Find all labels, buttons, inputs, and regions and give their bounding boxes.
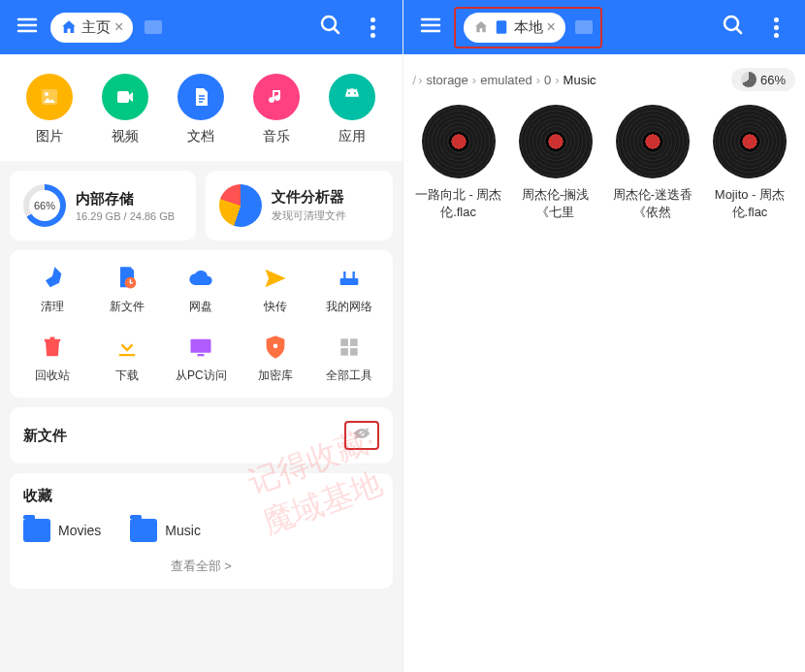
svg-rect-14 bbox=[350, 348, 358, 356]
tool-pc-access[interactable]: 从PC访问 bbox=[166, 333, 237, 384]
tool-newfile[interactable]: 新文件 bbox=[92, 264, 163, 315]
svg-point-2 bbox=[45, 92, 48, 96]
home-content: 图片 视频 文档 音乐 bbox=[0, 54, 402, 672]
trash-icon bbox=[38, 333, 67, 362]
category-row: 图片 视频 文档 音乐 bbox=[0, 54, 402, 161]
close-icon[interactable]: × bbox=[547, 18, 556, 36]
vinyl-icon bbox=[616, 105, 690, 178]
more-button[interactable] bbox=[758, 10, 793, 45]
search-icon bbox=[319, 14, 342, 37]
svg-rect-12 bbox=[350, 338, 358, 346]
pie-icon bbox=[219, 184, 262, 227]
more-vert-icon bbox=[764, 16, 788, 39]
tool-grid: 清理 新文件 网盘 快传 我的网络 回收站 下载 从PC访问 加密库 全部工具 bbox=[10, 250, 393, 398]
send-icon bbox=[261, 264, 290, 293]
more-button[interactable] bbox=[356, 10, 391, 45]
pie-icon bbox=[741, 72, 757, 87]
storage-row: 66% 内部存储 16.29 GB / 24.86 GB 文件分析器 发现可清理… bbox=[0, 171, 402, 250]
category-docs[interactable]: 文档 bbox=[177, 74, 224, 145]
android-icon bbox=[329, 74, 375, 120]
header: 主页 × bbox=[0, 0, 402, 54]
breadcrumb: / › storage › emulated › 0 › Music 66% bbox=[403, 54, 806, 105]
chevron-right-icon: / bbox=[413, 73, 417, 87]
bc-zero[interactable]: 0 bbox=[542, 73, 553, 87]
eye-off-icon bbox=[352, 427, 371, 440]
tool-cloud[interactable]: 网盘 bbox=[166, 264, 237, 315]
router-icon bbox=[335, 264, 364, 293]
music-file[interactable]: 一路向北 - 周杰伦.flac bbox=[413, 105, 504, 220]
category-music[interactable]: 音乐 bbox=[253, 74, 300, 145]
svg-rect-8 bbox=[191, 339, 211, 353]
home-panel: 主页 × 图片 视频 bbox=[0, 0, 403, 672]
new-files-section: 新文件 bbox=[10, 407, 393, 464]
music-file[interactable]: 周杰伦-迷迭香《依然 bbox=[607, 105, 698, 220]
menu-button[interactable] bbox=[415, 10, 446, 45]
folder-icon bbox=[130, 519, 157, 542]
svg-rect-3 bbox=[117, 91, 129, 103]
more-vert-icon bbox=[362, 16, 385, 39]
tab-home[interactable]: 主页 × bbox=[50, 13, 133, 43]
folder-icon bbox=[23, 519, 50, 542]
local-panel: 本地 × / › storage › emulated › 0 › Music … bbox=[403, 0, 806, 672]
search-button[interactable] bbox=[313, 8, 348, 47]
music-icon bbox=[253, 74, 300, 120]
category-images[interactable]: 图片 bbox=[26, 74, 73, 145]
vinyl-icon bbox=[713, 105, 787, 178]
tool-all[interactable]: 全部工具 bbox=[314, 333, 385, 384]
svg-point-4 bbox=[348, 92, 350, 94]
tab-add-placeholder[interactable] bbox=[145, 20, 162, 34]
analyzer-card[interactable]: 文件分析器 发现可清理文件 bbox=[206, 171, 392, 240]
menu-button[interactable] bbox=[12, 10, 43, 45]
storage-pill[interactable]: 66% bbox=[731, 68, 795, 91]
pc-icon bbox=[186, 333, 215, 362]
svg-rect-9 bbox=[198, 354, 205, 356]
bc-emulated[interactable]: emulated bbox=[478, 73, 533, 87]
search-button[interactable] bbox=[716, 8, 751, 47]
bc-music[interactable]: Music bbox=[562, 73, 598, 87]
category-apps[interactable]: 应用 bbox=[329, 74, 375, 145]
music-file[interactable]: Mojito - 周杰伦.flac bbox=[704, 105, 795, 220]
svg-rect-16 bbox=[496, 20, 506, 34]
broom-icon bbox=[38, 264, 67, 293]
tool-recycle[interactable]: 回收站 bbox=[17, 333, 88, 384]
music-file[interactable]: 周杰伦-搁浅《七里 bbox=[510, 105, 601, 220]
favorites-section: 收藏 Movies Music 查看全部 > bbox=[10, 473, 393, 589]
file-clock-icon bbox=[113, 264, 142, 293]
favorite-movies[interactable]: Movies bbox=[23, 519, 101, 542]
section-title: 收藏 bbox=[23, 487, 379, 505]
vinyl-icon bbox=[519, 105, 593, 178]
header: 本地 × bbox=[403, 0, 806, 54]
category-video[interactable]: 视频 bbox=[102, 74, 148, 145]
favorite-music[interactable]: Music bbox=[130, 519, 201, 542]
hamburger-icon bbox=[16, 14, 39, 37]
tool-clean[interactable]: 清理 bbox=[17, 264, 88, 315]
cloud-icon bbox=[186, 264, 215, 293]
view-all-link[interactable]: 查看全部 > bbox=[23, 558, 379, 575]
tab-label: 主页 bbox=[81, 18, 111, 37]
tool-transfer[interactable]: 快传 bbox=[241, 264, 311, 315]
sd-icon bbox=[493, 18, 510, 36]
tab-label: 本地 bbox=[514, 18, 543, 37]
tab-add-placeholder[interactable] bbox=[575, 20, 593, 34]
tool-vault[interactable]: 加密库 bbox=[241, 333, 311, 384]
tab-local[interactable]: 本地 × bbox=[454, 7, 602, 48]
shield-icon bbox=[261, 333, 290, 362]
section-title: 新文件 bbox=[23, 427, 67, 445]
video-icon bbox=[102, 74, 148, 120]
internal-storage-card[interactable]: 66% 内部存储 16.29 GB / 24.86 GB bbox=[10, 171, 196, 240]
svg-point-5 bbox=[354, 92, 356, 94]
home-icon bbox=[473, 19, 489, 35]
close-icon[interactable]: × bbox=[114, 18, 123, 36]
file-grid: 一路向北 - 周杰伦.flac 周杰伦-搁浅《七里 周杰伦-迷迭香《依然 Moj… bbox=[403, 105, 806, 220]
vinyl-icon bbox=[422, 105, 496, 178]
svg-point-10 bbox=[273, 344, 277, 349]
tool-download[interactable]: 下载 bbox=[92, 333, 163, 384]
hide-toggle[interactable] bbox=[344, 421, 379, 450]
svg-rect-11 bbox=[341, 338, 349, 346]
grid-icon bbox=[335, 333, 364, 362]
image-icon bbox=[26, 74, 73, 120]
bc-storage[interactable]: storage bbox=[424, 73, 469, 87]
download-icon bbox=[113, 333, 142, 362]
storage-donut-icon: 66% bbox=[23, 184, 66, 227]
tool-network[interactable]: 我的网络 bbox=[314, 264, 385, 315]
